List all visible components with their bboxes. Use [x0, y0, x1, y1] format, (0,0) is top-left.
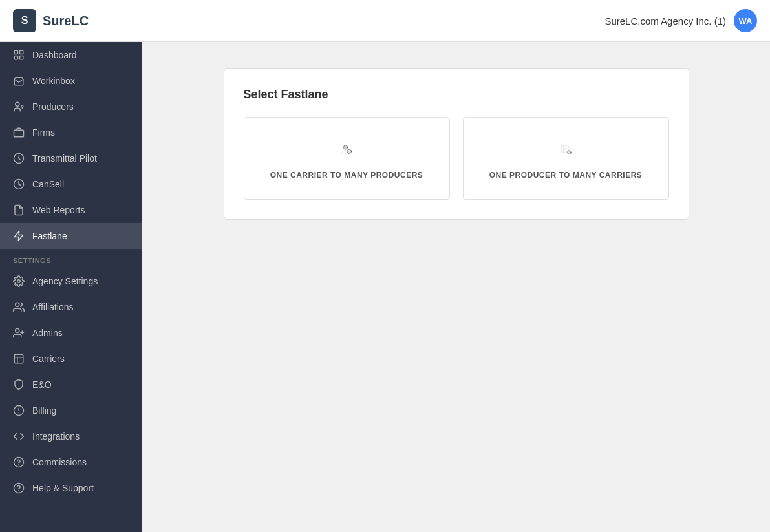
gear-icon	[13, 275, 25, 287]
fastlane-icon	[13, 230, 25, 242]
sidebar-item-label: Carriers	[32, 354, 65, 364]
header: S SureLC SureLC.com Agency Inc. (1) WA	[0, 0, 770, 42]
svg-rect-29	[561, 145, 568, 153]
select-fastlane-card: Select Fastlane	[224, 68, 689, 220]
svg-rect-1	[20, 50, 23, 54]
header-right: SureLC.com Agency Inc. (1) WA	[604, 9, 757, 32]
affiliations-icon	[13, 301, 25, 313]
sidebar-item-integrations[interactable]: Integrations	[0, 423, 142, 449]
sidebar-item-affiliations[interactable]: Affiliations	[0, 294, 142, 320]
integrations-icon	[13, 431, 25, 442]
sidebar-item-workinbox[interactable]: Workinbox	[0, 68, 142, 94]
sidebar-item-label: Commissions	[32, 457, 87, 467]
billing-icon	[13, 405, 25, 416]
svg-rect-0	[14, 50, 17, 54]
sidebar-item-label: Agency Settings	[32, 276, 98, 286]
sidebar-item-label: Help & Support	[32, 483, 94, 493]
eo-icon	[13, 379, 25, 390]
sidebar-item-cansell[interactable]: CanSell	[0, 171, 142, 197]
sidebar-item-agency-settings[interactable]: Agency Settings	[0, 268, 142, 294]
sidebar-item-label: Fastlane	[32, 231, 67, 241]
svg-rect-3	[20, 56, 23, 59]
svg-rect-6	[14, 130, 24, 137]
firms-icon	[13, 127, 25, 138]
dashboard-icon	[13, 49, 25, 61]
sidebar-item-label: Admins	[32, 328, 63, 338]
main-content: Select Fastlane	[142, 42, 770, 532]
settings-label: SETTINGS	[0, 249, 142, 268]
svg-point-10	[17, 280, 21, 283]
sidebar-item-label: E&O	[32, 379, 52, 390]
sidebar-item-billing[interactable]: Billing	[0, 398, 142, 423]
card-title: Select Fastlane	[244, 88, 669, 101]
sidebar-item-label: Affiliations	[32, 302, 74, 312]
svg-rect-2	[14, 56, 17, 59]
fastlane-option-producer-to-carriers[interactable]: ONE PRODUCER TO MANY CARRIERS	[463, 117, 669, 200]
fastlane-options: ONE CARRIER TO MANY PRODUCERS	[244, 117, 669, 200]
sidebar-item-dashboard[interactable]: Dashboard	[0, 42, 142, 68]
header-left: S SureLC	[13, 9, 89, 32]
producers-icon	[13, 101, 25, 112]
sidebar-item-carriers[interactable]: Carriers	[0, 346, 142, 372]
inbox-icon	[13, 75, 25, 87]
option2-label: ONE PRODUCER TO MANY CARRIERS	[489, 171, 643, 180]
sidebar-item-label: Transmittal Pilot	[32, 153, 97, 164]
reports-icon	[13, 204, 25, 216]
cansell-icon	[13, 178, 25, 190]
avatar: WA	[734, 9, 757, 32]
help-icon	[13, 482, 25, 494]
sidebar-item-producers[interactable]: Producers	[0, 94, 142, 120]
sidebar-item-commissions[interactable]: Commissions	[0, 449, 142, 475]
sidebar-item-label: Integrations	[32, 431, 80, 442]
producer-to-carriers-icon	[560, 144, 572, 158]
sidebar-item-label: CanSell	[32, 179, 64, 189]
option1-label: ONE CARRIER TO MANY PRODUCERS	[270, 171, 423, 180]
sidebar-item-label: Producers	[32, 101, 74, 112]
sidebar: Dashboard Workinbox Producers Firms Tran…	[0, 42, 142, 532]
commissions-icon	[13, 456, 25, 468]
sidebar-item-eo[interactable]: E&O	[0, 372, 142, 398]
admins-icon	[13, 327, 25, 339]
svg-marker-9	[14, 231, 23, 241]
svg-point-5	[21, 105, 23, 107]
sidebar-item-admins[interactable]: Admins	[0, 320, 142, 346]
agency-name: SureLC.com Agency Inc. (1)	[604, 16, 726, 27]
sidebar-item-label: Web Reports	[32, 205, 85, 215]
sidebar-item-label: Dashboard	[32, 50, 77, 60]
layout: Dashboard Workinbox Producers Firms Tran…	[0, 42, 770, 532]
transmittal-icon	[13, 153, 25, 164]
svg-point-25	[343, 145, 347, 149]
logo-icon: S	[13, 9, 36, 32]
svg-point-4	[16, 102, 19, 106]
sidebar-item-help[interactable]: Help & Support	[0, 475, 142, 501]
app-title: SureLC	[43, 14, 89, 28]
carrier-to-producers-icon	[341, 144, 352, 158]
sidebar-item-label: Firms	[32, 127, 55, 138]
svg-point-12	[16, 328, 19, 332]
sidebar-item-firms[interactable]: Firms	[0, 120, 142, 145]
fastlane-option-carrier-to-producers[interactable]: ONE CARRIER TO MANY PRODUCERS	[244, 117, 450, 200]
sidebar-item-web-reports[interactable]: Web Reports	[0, 197, 142, 223]
svg-rect-15	[14, 354, 23, 363]
sidebar-item-fastlane[interactable]: Fastlane	[0, 223, 142, 249]
sidebar-item-transmittal-pilot[interactable]: Transmittal Pilot	[0, 145, 142, 171]
carriers-icon	[13, 353, 25, 365]
sidebar-item-label: Workinbox	[32, 76, 75, 86]
sidebar-item-label: Billing	[32, 405, 56, 416]
svg-point-11	[16, 303, 19, 306]
